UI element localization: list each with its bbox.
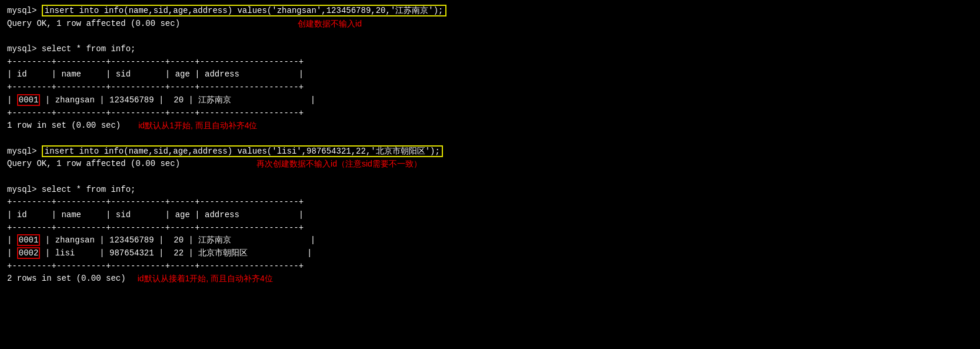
result-1: Query OK, 1 row affected (0.00 sec) 创建数据… — [7, 18, 973, 31]
result-2: Query OK, 1 row affected (0.00 sec) 再次创建… — [7, 158, 973, 171]
tbl-row-2-2: | 0002 | lisi | 987654321 | 22 | 北京市朝阳区 … — [7, 247, 973, 260]
sql-box-1: insert into info(name,sid,age,address) v… — [42, 5, 446, 16]
tbl-hdr-sep-1: +--------+----------+-----------+-----+-… — [7, 81, 973, 94]
id-value-2-1: 0001 — [17, 234, 41, 246]
cmd-select-2: mysql> select * from info; — [7, 184, 973, 197]
cmd-1: mysql> insert into info(name,sid,age,add… — [7, 5, 973, 18]
rowcount-1: 1 row in set (0.00 sec) id默认从1开始, 而且自动补齐… — [7, 119, 973, 132]
tbl-border-bot-2: +--------+----------+-----------+-----+-… — [7, 260, 973, 273]
tbl-row-1: | 0001 | zhangsan | 123456789 | 20 | 江苏南… — [7, 94, 973, 107]
annotation-3: 再次创建数据不输入id（注意sid需要不一致） — [256, 158, 422, 171]
sql-box-2: insert into info(name,sid,age,address) v… — [42, 145, 443, 157]
annotation-1: 创建数据不输入id — [298, 18, 362, 31]
rowcount-2: 2 rows in set (0.00 sec) id默认从接着1开始, 而且自… — [7, 272, 973, 285]
tbl-hdr-1: | id | name | sid | age | address | — [7, 68, 973, 81]
id-value-2-2: 0002 — [17, 247, 41, 259]
tbl-hdr-2: | id | name | sid | age | address | — [7, 209, 973, 222]
empty-1 — [7, 30, 973, 43]
tbl-row-2-1: | 0001 | zhangsan | 123456789 | 20 | 江苏南… — [7, 234, 973, 247]
empty-2 — [7, 132, 973, 145]
annotation-2: id默认从1开始, 而且自动补齐4位 — [138, 119, 257, 132]
tbl-border-bot-1: +--------+----------+-----------+-----+-… — [7, 107, 973, 120]
tbl-hdr-sep-2: +--------+----------+-----------+-----+-… — [7, 222, 973, 235]
id-value-1: 0001 — [17, 94, 41, 106]
tbl-border-1: +--------+----------+-----------+-----+-… — [7, 56, 973, 69]
cmd-2: mysql> insert into info(name,sid,age,add… — [7, 145, 973, 158]
tbl-border-top-2: +--------+----------+-----------+-----+-… — [7, 196, 973, 209]
empty-3 — [7, 171, 973, 184]
annotation-4: id默认从接着1开始, 而且自动补齐4位 — [138, 272, 273, 285]
cmd-select-1: mysql> select * from info; — [7, 43, 973, 56]
